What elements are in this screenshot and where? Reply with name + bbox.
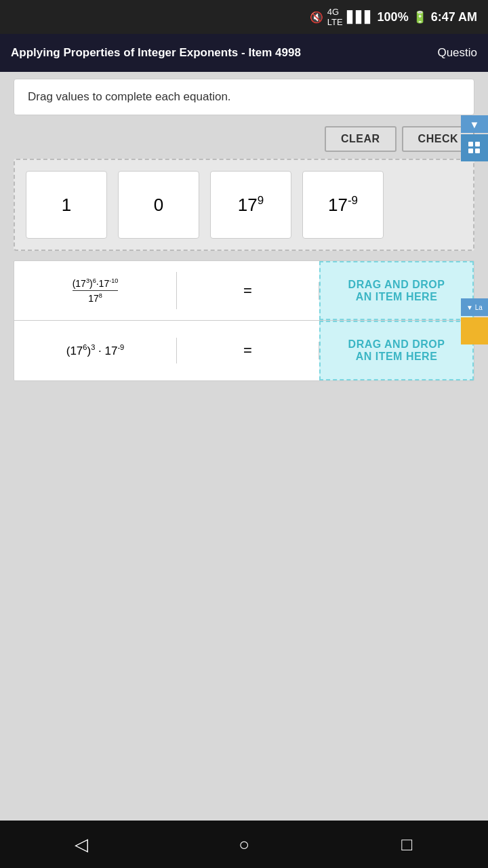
back-button[interactable]: ◁ <box>61 824 102 865</box>
eq2-expression: (176)3 · 17-9 <box>66 343 124 358</box>
status-bar: 🔇 4GLTE ▋▋▋ 100% 🔋 6:47 AM <box>0 0 488 34</box>
svg-rect-1 <box>475 142 480 146</box>
question-label: Questio <box>437 46 477 60</box>
equation-row-1: (173)6·17-10 178 = DRAG AND DROP AN ITEM… <box>14 261 474 321</box>
drag-item-17neg9-value: 17-9 <box>328 194 358 216</box>
drag-item-17neg9[interactable]: 17-9 <box>302 171 384 239</box>
eq2-drop-label1: DRAG AND DROP <box>348 338 445 351</box>
drag-item-1[interactable]: 1 <box>26 171 107 239</box>
eq1-drop-label1: DRAG AND DROP <box>348 279 445 291</box>
nav-grid-icon[interactable] <box>461 134 488 161</box>
eq2-drop-zone[interactable]: DRAG AND DROP AN ITEM HERE <box>319 321 474 380</box>
instruction-text: Drag values to complete each equation. <box>28 90 231 103</box>
recents-button[interactable]: □ <box>386 824 427 865</box>
side-panel-bottom[interactable]: ▼ La <box>461 298 488 344</box>
eq1-equals: = <box>177 282 319 300</box>
clock: 6:47 AM <box>431 10 477 24</box>
eq2-left: (176)3 · 17-9 <box>14 338 177 363</box>
network-icon: 4GLTE <box>327 7 343 27</box>
equation-table: (173)6·17-10 178 = DRAG AND DROP AN ITEM… <box>14 260 474 381</box>
eq2-equals: = <box>177 342 319 359</box>
eq1-numerator: (173)6·17-10 <box>73 277 119 291</box>
eq2-drop-label2: AN ITEM HERE <box>356 351 438 363</box>
signal-icon: ▋▋▋ <box>347 10 373 24</box>
svg-rect-0 <box>468 142 473 146</box>
status-icons: 🔇 4GLTE ▋▋▋ 100% 🔋 6:47 AM <box>310 7 477 27</box>
drag-item-1-value: 1 <box>62 195 71 216</box>
page-title: Applying Properties of Integer Exponents… <box>11 46 301 60</box>
eq1-fraction: (173)6·17-10 178 <box>73 277 119 304</box>
toolbar: CLEAR CHECK <box>14 126 474 152</box>
eq1-left: (173)6·17-10 178 <box>14 272 177 310</box>
mute-icon: 🔇 <box>310 11 323 24</box>
svg-rect-2 <box>468 149 473 153</box>
battery-percent: 100% <box>378 10 409 24</box>
drag-item-179[interactable]: 179 <box>210 171 291 239</box>
equation-row-2: (176)3 · 17-9 = DRAG AND DROP AN ITEM HE… <box>14 321 474 380</box>
side-panel-nav[interactable]: ▼ <box>461 115 488 161</box>
drag-item-0-value: 0 <box>154 195 163 216</box>
battery-icon: 🔋 <box>413 10 427 24</box>
eq1-equals-sign: = <box>243 282 252 300</box>
eq1-drop-label2: AN ITEM HERE <box>356 291 438 303</box>
svg-rect-3 <box>475 149 480 153</box>
yellow-tab[interactable] <box>461 317 488 344</box>
drag-items-area: 1 0 179 17-9 <box>14 159 474 251</box>
nav-arrow-icon[interactable]: ▼ <box>461 115 488 133</box>
home-button[interactable]: ○ <box>224 824 264 865</box>
header-bar: Applying Properties of Integer Exponents… <box>0 34 488 72</box>
drag-item-0[interactable]: 0 <box>118 171 199 239</box>
eq1-drop-zone[interactable]: DRAG AND DROP AN ITEM HERE <box>319 261 474 320</box>
drag-item-179-value: 179 <box>238 194 264 216</box>
eq1-denominator: 178 <box>88 292 102 304</box>
instruction-box: Drag values to complete each equation. <box>14 79 474 115</box>
clear-button[interactable]: CLEAR <box>325 126 396 152</box>
bottom-nav: ◁ ○ □ <box>0 821 488 868</box>
label-tab[interactable]: ▼ La <box>461 298 488 316</box>
eq2-equals-sign: = <box>243 342 252 359</box>
main-content: Drag values to complete each equation. C… <box>14 72 474 381</box>
